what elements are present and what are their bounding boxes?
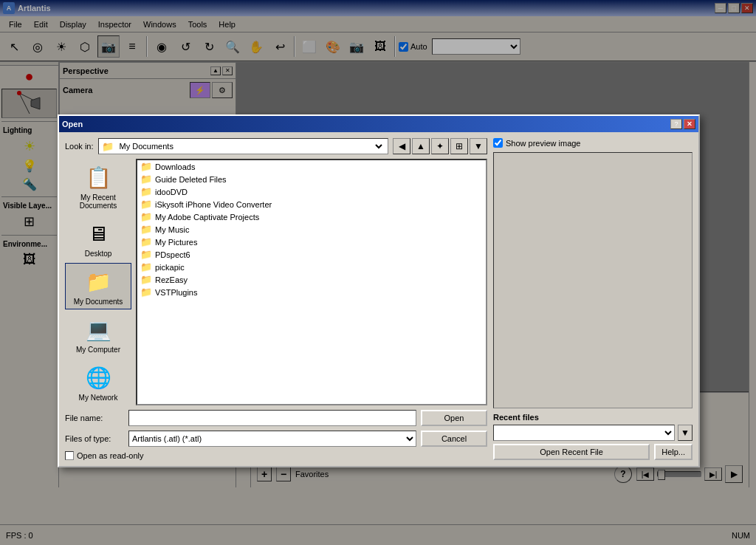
desktop-label: Desktop (85, 250, 112, 258)
file-item[interactable]: 📁RezEasy (137, 273, 486, 286)
file-item[interactable]: 📁pickapic (137, 261, 486, 273)
file-name: PDspect6 (155, 250, 190, 259)
file-list[interactable]: 📁Downloads📁Guide Deleted Files📁idooDVD📁i… (136, 159, 487, 405)
file-item[interactable]: 📁iSkysoft iPhone Video Converter (137, 198, 486, 210)
filename-input[interactable] (128, 410, 416, 426)
file-name: VSTPlugins (155, 288, 197, 297)
folder-icon: 📁 (140, 186, 152, 197)
dialog-close-btn[interactable]: ✕ (684, 119, 695, 129)
dialog-title-bar: Open ? ✕ (59, 116, 698, 132)
lookin-buttons: ◀ ▲ ✦ ⊞ ▼ (393, 138, 487, 154)
shortcut-recent[interactable]: 📋 My Recent Documents (65, 159, 131, 213)
preview-label: Show preview image (506, 139, 581, 148)
nav-menu-btn[interactable]: ▼ (470, 138, 487, 154)
shortcut-panel: 📋 My Recent Documents 🖥 Desktop 📁 My Doc… (65, 159, 131, 405)
shortcut-mynetwork[interactable]: 🌐 My Network (65, 359, 131, 405)
file-name: Downloads (155, 162, 195, 171)
mydocs-label: My Documents (74, 298, 123, 306)
shortcut-desktop[interactable]: 🖥 Desktop (65, 215, 131, 261)
folder-icon: 📁 (140, 224, 152, 235)
folder-icon: 📁 (140, 211, 152, 222)
recent-action-row: Open Recent File Help... (493, 444, 693, 460)
lookin-row: Look in: 📁 My Documents ◀ ▲ ✦ ⊞ ▼ (65, 138, 487, 154)
file-item[interactable]: 📁My Music (137, 223, 486, 236)
file-name: My Pictures (155, 238, 197, 247)
folder-icon: 📁 (140, 287, 152, 298)
readonly-label: Open as read-only (77, 451, 144, 460)
file-name: iSkysoft iPhone Video Converter (155, 200, 272, 209)
folder-icon: 📁 (140, 236, 152, 247)
preview-check-row: Show preview image (493, 138, 693, 148)
file-item[interactable]: 📁My Adobe Captivate Projects (137, 210, 486, 223)
folder-icon: 📁 (140, 199, 152, 210)
readonly-row: Open as read-only (65, 451, 487, 460)
preview-checkbox[interactable] (493, 138, 503, 148)
mycomputer-icon: 💻 (83, 315, 113, 344)
shortcut-mycomputer[interactable]: 💻 My Computer (65, 311, 131, 357)
file-name: My Adobe Captivate Projects (155, 213, 259, 222)
filename-label: File name: (65, 414, 124, 422)
open-recent-btn[interactable]: Open Recent File (493, 444, 650, 460)
recent-select[interactable] (493, 425, 675, 441)
recent-files-section: Recent files ▼ Open Recent File Help... (493, 413, 693, 460)
recent-files-label: Recent files (493, 413, 693, 422)
help-button[interactable]: Help... (654, 444, 693, 460)
file-name: Guide Deleted Files (155, 175, 227, 184)
dialog-title-buttons: ? ✕ (670, 119, 695, 129)
dialog-help-btn[interactable]: ? (670, 119, 682, 129)
file-name: My Music (155, 225, 189, 234)
mynetwork-icon: 🌐 (83, 363, 113, 392)
preview-area (493, 152, 693, 408)
folder-icon: 📁 (140, 249, 152, 260)
file-name: idooDVD (155, 188, 188, 196)
recent-docs-icon: 📋 (83, 162, 113, 192)
nav-up-btn[interactable]: ▲ (412, 138, 430, 154)
nav-back-btn[interactable]: ◀ (393, 138, 410, 154)
recent-docs-label: My Recent Documents (69, 193, 128, 210)
mycomputer-label: My Computer (76, 346, 120, 354)
recent-dropdown-btn[interactable]: ▼ (678, 425, 693, 441)
dialog-title: Open (62, 120, 83, 128)
file-name: RezEasy (155, 275, 188, 284)
dialog-left: Look in: 📁 My Documents ◀ ▲ ✦ ⊞ ▼ (65, 138, 487, 460)
readonly-checkbox[interactable] (65, 451, 74, 460)
cancel-button[interactable]: Cancel (421, 431, 487, 447)
lookin-label: Look in: (65, 142, 94, 151)
nav-view-btn[interactable]: ⊞ (450, 138, 468, 154)
open-dialog: Open ? ✕ Look in: 📁 My Documents ◀ ▲ (58, 114, 700, 467)
dialog-right: Show preview image Recent files ▼ Open R… (493, 138, 693, 460)
file-item[interactable]: 📁Guide Deleted Files (137, 173, 486, 185)
folder-icon: 📁 (140, 261, 152, 272)
shortcut-mydocs[interactable]: 📁 My Documents (65, 263, 131, 309)
folder-icon: 📁 (140, 174, 152, 185)
lookin-select-container[interactable]: 📁 My Documents (98, 138, 388, 154)
filetype-select[interactable]: Artlantis (.atl) (*.atl) (128, 431, 416, 447)
file-item[interactable]: 📁PDspect6 (137, 248, 486, 261)
file-item[interactable]: 📁My Pictures (137, 236, 486, 248)
mydocs-icon: 📁 (83, 267, 113, 296)
file-name: pickapic (155, 263, 185, 272)
mynetwork-label: My Network (79, 394, 118, 402)
open-button[interactable]: Open (421, 410, 487, 426)
file-item[interactable]: 📁idooDVD (137, 185, 486, 198)
filetype-row: Files of type: Artlantis (.atl) (*.atl) … (65, 431, 487, 447)
file-item[interactable]: 📁Downloads (137, 160, 486, 173)
filename-row: File name: Open (65, 410, 487, 426)
file-item[interactable]: 📁VSTPlugins (137, 286, 486, 298)
filetype-label: Files of type: (65, 434, 124, 443)
recent-files-control-row: ▼ (493, 425, 693, 441)
dialog-body: Look in: 📁 My Documents ◀ ▲ ✦ ⊞ ▼ (59, 132, 698, 466)
lookin-folder-icon: 📁 (102, 141, 114, 152)
desktop-icon: 🖥 (83, 219, 113, 248)
folder-icon: 📁 (140, 274, 152, 285)
nav-new-btn[interactable]: ✦ (431, 138, 449, 154)
lookin-select[interactable]: My Documents (117, 141, 385, 151)
file-browser-container: 📋 My Recent Documents 🖥 Desktop 📁 My Doc… (65, 159, 487, 405)
folder-icon: 📁 (140, 161, 152, 172)
